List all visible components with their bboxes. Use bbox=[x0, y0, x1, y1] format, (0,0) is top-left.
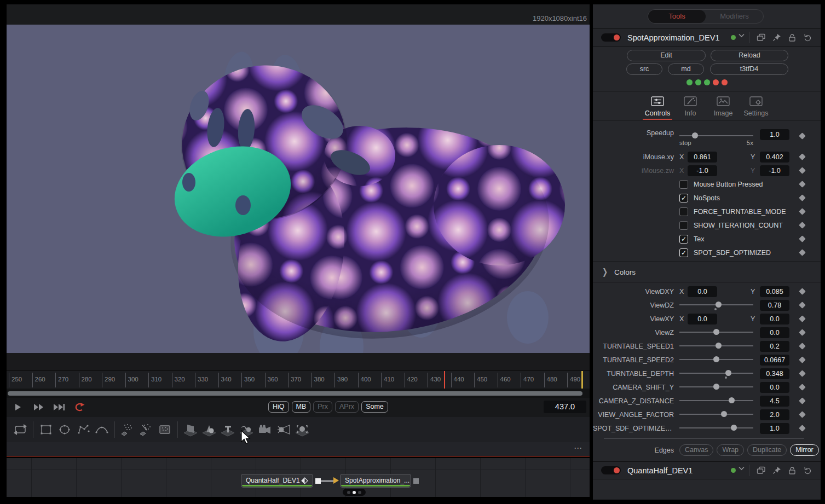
keyframe-diamond[interactable] bbox=[799, 356, 806, 363]
mask-ellipse-tool-button[interactable] bbox=[55, 420, 74, 439]
edges-option-canvas[interactable]: Canvas bbox=[679, 444, 713, 456]
pin-button[interactable] bbox=[772, 33, 781, 42]
param-slider[interactable] bbox=[679, 394, 753, 408]
checkbox[interactable]: ✓ bbox=[679, 194, 688, 202]
node-output-port[interactable] bbox=[315, 478, 321, 484]
tab-info[interactable]: Info bbox=[674, 94, 707, 120]
param-x-field[interactable]: 0.0 bbox=[688, 314, 717, 325]
param-y-field[interactable]: 0.0 bbox=[760, 314, 789, 325]
quality-button-mb[interactable]: MB bbox=[292, 401, 311, 413]
light-3d-tool-button[interactable] bbox=[274, 420, 293, 439]
param-x-field[interactable]: 0.861 bbox=[688, 152, 717, 163]
param-slider[interactable] bbox=[679, 298, 753, 312]
edges-option-duplicate[interactable]: Duplicate bbox=[747, 444, 787, 456]
keyframe-diamond[interactable] bbox=[799, 315, 806, 322]
mask-bspline-tool-button[interactable] bbox=[93, 420, 111, 439]
param-slider[interactable] bbox=[679, 339, 753, 353]
node-spotapproximation[interactable]: SpotApproximation_... bbox=[340, 474, 411, 488]
slider-handle[interactable] bbox=[731, 425, 737, 431]
param-value-field[interactable]: 0.0 bbox=[760, 382, 789, 393]
timeline-ruler[interactable]: 2502602702802903003103203303403503603703… bbox=[7, 370, 590, 389]
keyframe-diamond[interactable] bbox=[799, 208, 806, 215]
keyframe-diamond[interactable] bbox=[799, 194, 806, 201]
param-value-field[interactable]: 0.348 bbox=[760, 368, 789, 379]
quality-button-some[interactable]: Some bbox=[361, 401, 388, 413]
keyframe-diamond[interactable] bbox=[799, 132, 806, 140]
camera-3d-tool-button[interactable] bbox=[256, 420, 274, 439]
param-value-field[interactable]: 4.5 bbox=[760, 396, 789, 407]
skip-to-end-button[interactable] bbox=[53, 402, 66, 413]
node-output-port[interactable] bbox=[413, 478, 419, 484]
lock-button[interactable] bbox=[788, 466, 797, 474]
lock-button[interactable] bbox=[788, 33, 797, 42]
keyframe-diamond[interactable] bbox=[799, 167, 806, 174]
node-enable-toggle[interactable] bbox=[601, 33, 621, 42]
param-slider[interactable] bbox=[679, 353, 753, 367]
param-y-field[interactable]: -1.0 bbox=[760, 165, 789, 176]
section-header-colors[interactable]: ❯Colors bbox=[593, 264, 821, 280]
keyframe-diamond[interactable] bbox=[799, 329, 806, 336]
keyframe-diamond[interactable] bbox=[799, 343, 806, 350]
keyframe-diamond[interactable] bbox=[799, 384, 806, 391]
play-button[interactable] bbox=[12, 402, 25, 413]
flow-transform-tool-button[interactable] bbox=[11, 420, 30, 439]
node-input-arrow[interactable] bbox=[333, 477, 339, 484]
param-slider[interactable] bbox=[679, 326, 753, 339]
history-button[interactable] bbox=[803, 466, 812, 474]
param-slider[interactable] bbox=[679, 380, 753, 394]
param-value-field[interactable]: 0.0 bbox=[760, 327, 789, 338]
keyframe-diamond[interactable] bbox=[799, 397, 806, 404]
quality-button-hiq[interactable]: HiQ bbox=[268, 401, 289, 413]
slider-handle[interactable] bbox=[725, 370, 731, 376]
slider-handle[interactable] bbox=[716, 302, 722, 308]
current-frame-field[interactable]: 437.0 bbox=[544, 401, 586, 413]
param-x-field[interactable]: -1.0 bbox=[688, 165, 717, 176]
chevron-down-icon[interactable] bbox=[739, 466, 745, 471]
checkbox[interactable]: ✓ bbox=[679, 235, 688, 244]
tab-modifiers[interactable]: Modifiers bbox=[706, 10, 763, 23]
keyframe-diamond[interactable] bbox=[799, 288, 806, 295]
slider-handle[interactable] bbox=[729, 397, 735, 403]
param-x-field[interactable]: 0.0 bbox=[688, 286, 717, 297]
keyframe-diamond[interactable] bbox=[799, 411, 806, 418]
param-slider[interactable] bbox=[679, 408, 753, 421]
param-value-field[interactable]: 1.0 bbox=[760, 423, 789, 434]
edges-option-mirror[interactable]: Mirror bbox=[790, 444, 819, 456]
keyframe-diamond[interactable] bbox=[799, 370, 806, 377]
src-button[interactable]: src bbox=[626, 63, 662, 75]
param-y-field[interactable]: 0.085 bbox=[760, 286, 789, 297]
viewer-canvas[interactable] bbox=[7, 25, 590, 353]
slider-handle[interactable] bbox=[713, 356, 719, 362]
loop-button[interactable] bbox=[73, 402, 86, 413]
slider-handle[interactable] bbox=[713, 384, 719, 390]
copy-button[interactable] bbox=[757, 33, 766, 42]
text-3d-tool-button[interactable] bbox=[218, 420, 237, 439]
flow-overflow-button[interactable]: ⋯ bbox=[574, 443, 583, 453]
param-y-field[interactable]: 0.402 bbox=[760, 152, 789, 163]
slider-handle[interactable] bbox=[692, 132, 698, 138]
param-value-field[interactable]: 0.2 bbox=[760, 341, 789, 352]
keyframe-diamond[interactable] bbox=[799, 235, 806, 242]
tab-settings[interactable]: Settings bbox=[740, 94, 772, 120]
checkbox[interactable]: ✓ bbox=[679, 248, 688, 257]
slider-handle[interactable] bbox=[721, 411, 727, 417]
slider-handle[interactable] bbox=[716, 343, 722, 349]
reload-button[interactable]: Reload bbox=[711, 50, 788, 61]
param-slider[interactable] bbox=[679, 367, 753, 380]
timeline-scrollbar-thumb[interactable] bbox=[8, 391, 582, 396]
keyframe-diamond[interactable] bbox=[799, 181, 806, 188]
version-button[interactable]: t3tfD4 bbox=[710, 63, 788, 75]
chevron-down-icon[interactable] bbox=[739, 33, 745, 38]
param-value-field[interactable]: 1.0 bbox=[760, 129, 789, 140]
shape-3d-tool-button[interactable] bbox=[200, 420, 218, 439]
pin-button[interactable] bbox=[772, 466, 781, 474]
param-value-field[interactable]: 0.0667 bbox=[760, 355, 789, 366]
param-slider[interactable]: stop5x bbox=[679, 129, 753, 143]
particle-emitter-tool-button[interactable] bbox=[118, 420, 137, 439]
slider-handle[interactable] bbox=[713, 329, 719, 335]
node-graph[interactable]: QuantaHalf_DEV1SpotApproximation_... bbox=[7, 458, 590, 497]
node-enable-toggle[interactable] bbox=[601, 466, 621, 474]
particle-render-tool-button[interactable] bbox=[155, 420, 174, 439]
checkbox[interactable] bbox=[679, 207, 688, 216]
tab-tools[interactable]: Tools bbox=[648, 10, 706, 23]
